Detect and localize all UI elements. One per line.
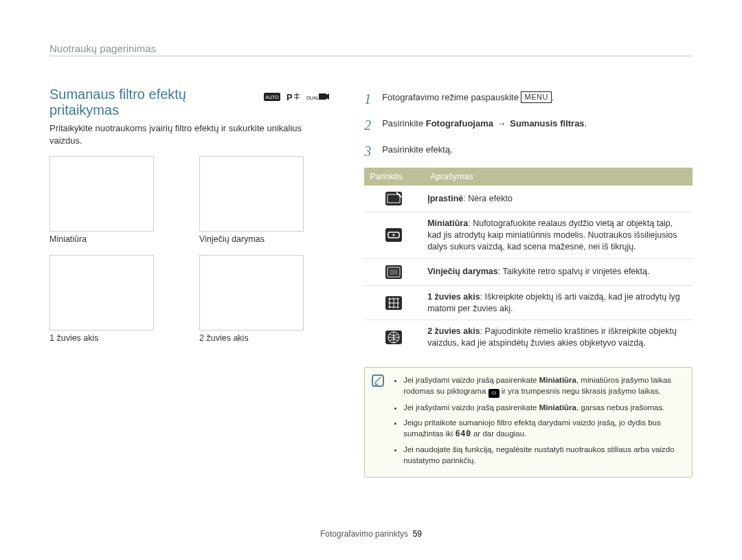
step-text: Pasirinkite efektą. bbox=[382, 142, 453, 161]
note-item: Jeigu pritaikote sumaniojo ﬁltro efektą … bbox=[403, 417, 685, 440]
note-text: Jei įrašydami vaizdo įrašą pasirenkate bbox=[403, 376, 539, 384]
note-text: ar dar daugiau. bbox=[471, 429, 527, 438]
options-header-icon: Parinktis bbox=[364, 168, 425, 186]
arrow-icon: → bbox=[496, 118, 508, 128]
thumb-caption: Miniatiūra bbox=[49, 232, 180, 251]
note-text: Jei įrašydami vaizdo įrašą pasirenkate bbox=[403, 403, 539, 412]
footer-section: Fotografavimo parinktys bbox=[320, 529, 408, 539]
svg-text:DUAL: DUAL bbox=[306, 96, 319, 100]
note-text: ir yra trumpesnis negu tikrasis įrašymo … bbox=[499, 387, 661, 395]
svg-text:AUTO: AUTO bbox=[265, 95, 279, 100]
note-text: Jeigu pritaikote sumaniojo ﬁltro efektą … bbox=[403, 418, 661, 438]
step-text: Pasirinkite bbox=[382, 118, 426, 128]
note-text: Miniatiūra bbox=[539, 403, 576, 412]
table-row: Miniatiūra: Nufotografuokite realaus dyd… bbox=[364, 212, 693, 259]
table-row: 1 žuvies akis: Iškreipkite objektų iš ar… bbox=[364, 285, 693, 320]
step-number: 1 bbox=[364, 89, 375, 109]
option-title: 2 žuvies akis bbox=[427, 326, 480, 336]
step-text: Fotografavimo režime paspauskite bbox=[382, 92, 521, 102]
option-title: Įprastinė bbox=[427, 194, 463, 203]
footer-page-number: 59 bbox=[413, 529, 422, 539]
step-text: Sumanusis ﬁltras bbox=[510, 118, 584, 128]
option-icon-normal bbox=[364, 186, 425, 212]
table-row: 2 žuvies akis: Pajuodinkite rėmelio kraš… bbox=[364, 320, 693, 355]
thumb-caption: Vinječių darymas bbox=[199, 232, 330, 251]
step-2: 2 Pasirinkite Fotografuojama → Sumanusis… bbox=[364, 115, 693, 135]
page-footer: Fotografavimo parinktys 59 bbox=[0, 529, 742, 539]
note-item: Jei įrašydami vaizdo įrašą pasirenkate M… bbox=[403, 402, 685, 413]
step-text: Fotografuojama bbox=[426, 118, 493, 128]
step-number: 2 bbox=[364, 115, 375, 135]
option-title: 1 žuvies akis bbox=[427, 292, 480, 302]
breadcrumb: Nuotraukų pagerinimas bbox=[49, 43, 693, 56]
table-row: Vinječių darymas: Taikykite retro spalvų… bbox=[364, 258, 693, 285]
note-item: Jei naudojate šią funkciją, negalėsite n… bbox=[403, 444, 685, 466]
note-text: 640 bbox=[456, 429, 471, 438]
thumb-miniatura bbox=[49, 156, 154, 232]
option-title: Vinječių darymas bbox=[427, 267, 498, 276]
step-3: 3 Pasirinkite efektą. bbox=[364, 142, 693, 161]
svg-rect-4 bbox=[319, 93, 326, 100]
step-text: . bbox=[585, 118, 587, 128]
note-icon bbox=[372, 374, 384, 387]
menu-button-graphic: MENU bbox=[521, 91, 551, 103]
thumb-vignette bbox=[199, 156, 304, 232]
option-desc: : Taikykite retro spalvų ir vinjetės efe… bbox=[498, 267, 650, 276]
svg-rect-6 bbox=[385, 192, 402, 205]
thumb-caption: 1 žuvies akis bbox=[49, 331, 180, 350]
svg-text:P: P bbox=[286, 92, 293, 102]
thumb-fisheye1 bbox=[49, 255, 154, 331]
left-column: Sumanaus ﬁltro efektų pritaikymas AUTO P… bbox=[49, 87, 330, 478]
thumb-caption: 2 žuvies akis bbox=[199, 331, 330, 350]
page-title: Sumanaus ﬁltro efektų pritaikymas bbox=[49, 87, 254, 118]
note-box: Jei įrašydami vaizdo įrašą pasirenkate M… bbox=[364, 367, 693, 478]
step-text: . bbox=[552, 92, 554, 102]
options-header-desc: Aprašymas bbox=[425, 168, 693, 186]
page-subtitle: Pritaikykite nuotraukoms įvairių ﬁltro e… bbox=[49, 122, 330, 146]
option-icon-fisheye2 bbox=[364, 320, 425, 355]
step-1: 1 Fotografavimo režime paspauskite MENU. bbox=[364, 89, 693, 109]
option-icon-miniature bbox=[364, 212, 425, 259]
svg-marker-5 bbox=[326, 93, 329, 100]
table-row: Įprastinė: Nėra efekto bbox=[364, 186, 693, 212]
option-icon-vignette bbox=[364, 258, 425, 285]
option-icon-fisheye1 bbox=[364, 285, 425, 320]
option-title: Miniatiūra bbox=[427, 219, 468, 228]
note-text: , garsas nebus įrašomas. bbox=[576, 403, 664, 412]
svg-rect-14 bbox=[390, 269, 398, 275]
svg-point-11 bbox=[393, 234, 395, 236]
right-column: 1 Fotografavimo režime paspauskite MENU.… bbox=[364, 87, 693, 478]
note-item: Jei įrašydami vaizdo įrašą pasirenkate M… bbox=[403, 374, 685, 398]
miniature-inline-icon: ▭ bbox=[488, 389, 499, 398]
thumb-fisheye2 bbox=[199, 255, 304, 331]
note-text: Miniatiūra bbox=[539, 376, 576, 384]
step-number: 3 bbox=[364, 142, 375, 161]
mode-icons-strip: AUTO P DUAL bbox=[264, 91, 330, 102]
options-table: Parinktis Aprašymas Įprastinė: Nėra efek… bbox=[364, 168, 693, 355]
option-desc: : Nėra efekto bbox=[463, 194, 513, 203]
